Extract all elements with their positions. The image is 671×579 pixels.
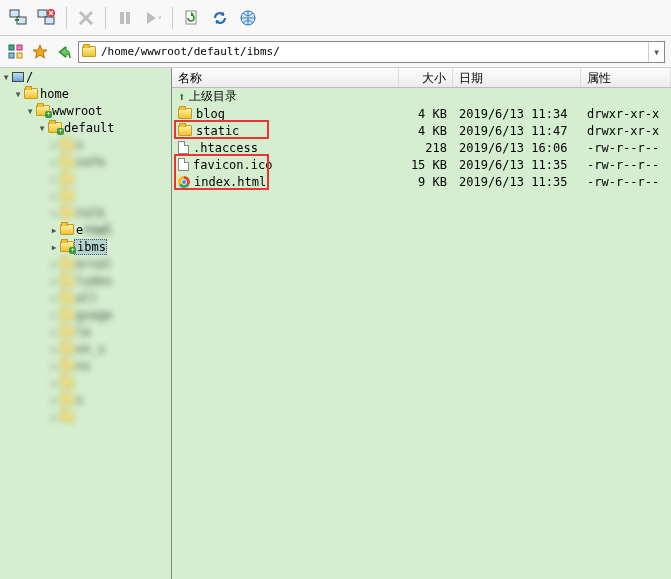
tree-node[interactable]: ▸ludes	[0, 272, 171, 289]
svg-rect-3	[45, 17, 54, 24]
tree-node[interactable]: ▸ernal	[0, 221, 171, 238]
folder-icon: +	[60, 241, 74, 252]
folder-icon	[60, 156, 74, 167]
col-size[interactable]: 大小	[399, 68, 453, 87]
expander-icon[interactable]: ▾	[12, 87, 24, 101]
tree-node[interactable]: ▸	[0, 187, 171, 204]
folder-icon	[178, 125, 192, 136]
expander-icon[interactable]: ▸	[48, 155, 60, 169]
folder-icon	[60, 292, 74, 303]
tree-node[interactable]: ▸talk	[0, 204, 171, 221]
globe-icon[interactable]	[235, 5, 261, 31]
expander-icon[interactable]: ▸	[48, 172, 60, 186]
play-icon: ▾	[140, 5, 166, 31]
expander-icon[interactable]: ▸	[48, 257, 60, 271]
favorite-icon[interactable]	[30, 42, 50, 62]
expander-icon[interactable]: ▸	[48, 206, 60, 220]
tree-node[interactable]: ▾+wwwroot	[0, 102, 171, 119]
expander-icon[interactable]: ▸	[48, 308, 60, 322]
tree-node[interactable]: ▸all	[0, 289, 171, 306]
file-row[interactable]: favicon.ico15 KB2019/6/13 11:35-rw-r--r-…	[172, 156, 671, 173]
file-size: 15 KB	[399, 158, 453, 172]
history-back-icon[interactable]	[54, 42, 74, 62]
folder-icon	[60, 343, 74, 354]
pause-icon	[112, 5, 138, 31]
tree-label: on_s	[74, 342, 105, 356]
tree-label: ernal	[74, 257, 112, 271]
file-name: blog	[196, 107, 225, 121]
tree-node[interactable]: ▸s	[0, 391, 171, 408]
expander-icon[interactable]: ▸	[48, 223, 60, 237]
tree-node[interactable]: ▸	[0, 408, 171, 425]
address-toolbar: ▾	[0, 36, 671, 68]
file-list-header: 名称 大小 日期 属性	[172, 68, 671, 88]
tree-node[interactable]: ▾home	[0, 85, 171, 102]
expander-icon[interactable]: ▸	[48, 376, 60, 390]
expander-icon[interactable]: ▾	[0, 70, 12, 84]
folder-icon	[79, 46, 99, 57]
address-dropdown-icon[interactable]: ▾	[648, 42, 664, 62]
tree-node[interactable]: ▸n	[0, 136, 171, 153]
separator	[105, 7, 106, 29]
tree-node[interactable]: ▸	[0, 374, 171, 391]
tree-node[interactable]: ▾+default	[0, 119, 171, 136]
expander-icon[interactable]: ▸	[48, 359, 60, 373]
file-size: 218	[399, 141, 453, 155]
tree-label: ernal	[74, 223, 112, 237]
expander-icon[interactable]: ▸	[48, 325, 60, 339]
tree-label: le	[74, 325, 90, 339]
tree-node[interactable]: ▸ernal	[0, 255, 171, 272]
file-size: 4 KB	[399, 124, 453, 138]
tree-node[interactable]: ▸guage	[0, 306, 171, 323]
refresh-icon[interactable]	[207, 5, 233, 31]
svg-rect-10	[17, 45, 22, 50]
col-date[interactable]: 日期	[453, 68, 581, 87]
tree-label: guage	[74, 308, 112, 322]
tree-label: /	[24, 70, 33, 84]
tree-node[interactable]: ▸on_s	[0, 340, 171, 357]
expander-icon[interactable]: ▸	[48, 240, 60, 254]
file-row[interactable]: .htaccess2182019/6/13 16:06-rw-r--r--	[172, 139, 671, 156]
folder-icon	[60, 224, 74, 235]
file-attr: -rw-r--r--	[581, 141, 671, 155]
file-row[interactable]: static4 KB2019/6/13 11:47drwxr-xr-x	[172, 122, 671, 139]
expander-icon[interactable]: ▸	[48, 189, 60, 203]
file-row[interactable]: index.html9 KB2019/6/13 11:35-rw-r--r--	[172, 173, 671, 190]
expander-icon[interactable]: ▸	[48, 410, 60, 424]
file-icon	[178, 141, 189, 154]
tree-node[interactable]: ▸safe	[0, 153, 171, 170]
tree-node[interactable]: ▸le	[0, 323, 171, 340]
col-name[interactable]: 名称	[172, 68, 399, 87]
tree-node[interactable]: ▸ns	[0, 357, 171, 374]
tree-toggle-icon[interactable]	[6, 42, 26, 62]
file-attr: -rw-r--r--	[581, 158, 671, 172]
tree-label: s	[74, 393, 83, 407]
file-size: 4 KB	[399, 107, 453, 121]
tree-label: talk	[74, 206, 105, 220]
address-input[interactable]	[99, 43, 648, 60]
expander-icon[interactable]: ▸	[48, 274, 60, 288]
expander-icon[interactable]: ▸	[48, 342, 60, 356]
expander-icon[interactable]: ▸	[48, 138, 60, 152]
up-dir-label: 上级目录	[189, 88, 237, 105]
expander-icon[interactable]: ▸	[48, 393, 60, 407]
tree-label: wwwroot	[50, 104, 103, 118]
tree-node[interactable]: ▾/	[0, 68, 171, 85]
computer-icon	[12, 72, 24, 82]
folder-tree[interactable]: ▾/▾home▾+wwwroot▾+default▸n▸safe▸▸▸talk▸…	[0, 68, 172, 579]
expander-icon[interactable]: ▸	[48, 291, 60, 305]
file-list[interactable]: ⬆上级目录 blog4 KB2019/6/13 11:34drwxr-xr-xs…	[172, 88, 671, 579]
address-bar[interactable]: ▾	[78, 41, 665, 63]
chrome-icon	[178, 176, 190, 188]
separator	[66, 7, 67, 29]
col-attr[interactable]: 属性	[581, 68, 671, 87]
connect-icon[interactable]	[6, 5, 32, 31]
tree-node[interactable]: ▸+ibms	[0, 238, 171, 255]
disconnect-icon[interactable]	[34, 5, 60, 31]
up-directory[interactable]: ⬆上级目录	[172, 88, 671, 105]
expander-icon[interactable]: ▾	[24, 104, 36, 118]
expander-icon[interactable]: ▾	[36, 121, 48, 135]
reload-file-icon[interactable]	[179, 5, 205, 31]
tree-node[interactable]: ▸	[0, 170, 171, 187]
file-row[interactable]: blog4 KB2019/6/13 11:34drwxr-xr-x	[172, 105, 671, 122]
